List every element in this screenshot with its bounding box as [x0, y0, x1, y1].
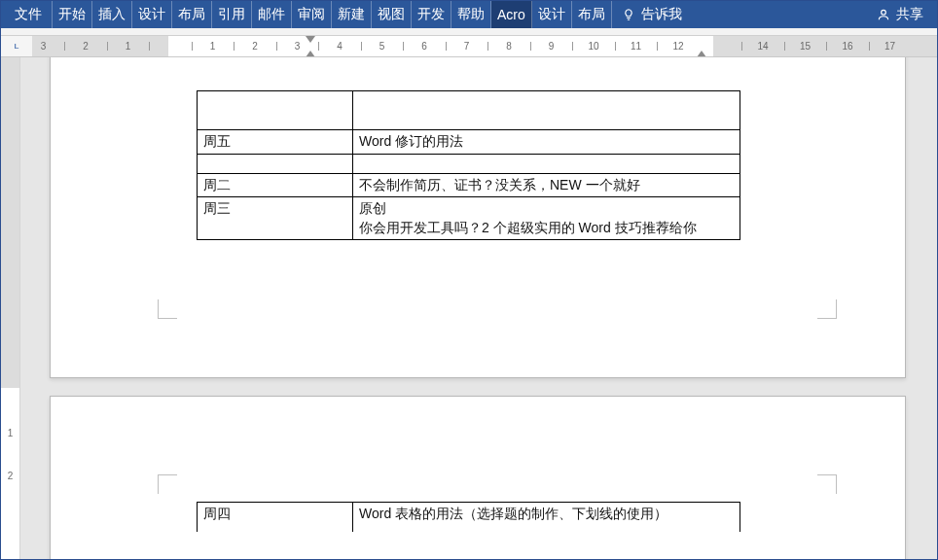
table-row[interactable]: 周四 Word 表格的用法（选择题的制作、下划线的使用）: [198, 503, 740, 532]
table-page-1[interactable]: 周五 Word 修订的用法 周二 不会制作简历、证书？没关系，NEW 一个就好 …: [197, 90, 740, 240]
workspace: 21 周五 Word 修订的用法: [1, 57, 937, 559]
svg-point-0: [882, 10, 886, 15]
cell[interactable]: [198, 91, 353, 130]
vertical-ruler[interactable]: 21: [1, 57, 20, 559]
share-label: 共享: [896, 6, 923, 23]
cell[interactable]: 原创 你会用开发工具吗？2 个超级实用的 Word 技巧推荐给你: [353, 197, 740, 240]
tab-layout[interactable]: 布局: [172, 1, 212, 28]
ruler-tick: 15: [800, 36, 812, 56]
ruler-tick: 3: [292, 36, 304, 56]
table-row[interactable]: 周二 不会制作简历、证书？没关系，NEW 一个就好: [198, 173, 740, 197]
ruler-tick: 3: [38, 36, 50, 56]
cell[interactable]: 不会制作简历、证书？没关系，NEW 一个就好: [353, 173, 740, 197]
indent-marker-icon[interactable]: [306, 36, 315, 46]
ribbon: 文件 开始 插入 设计 布局 引用 邮件 审阅 新建 视图 开发 帮助 Acro…: [1, 1, 937, 28]
ruler-tick: 2: [80, 36, 91, 56]
table-page-2[interactable]: 周四 Word 表格的用法（选择题的制作、下划线的使用）: [197, 502, 740, 532]
cell[interactable]: [353, 154, 740, 173]
svg-marker-4: [697, 51, 706, 56]
tab-review[interactable]: 审阅: [292, 1, 332, 28]
cell[interactable]: Word 修订的用法: [353, 130, 740, 155]
hanging-indent-icon[interactable]: [306, 48, 315, 56]
tab-layout-2[interactable]: 布局: [572, 1, 612, 28]
ruler-tick: 12: [672, 36, 684, 56]
ruler-corner: L: [1, 36, 32, 56]
table-row[interactable]: [198, 154, 740, 173]
ruler-tick: 5: [377, 36, 388, 56]
tab-home[interactable]: 开始: [53, 1, 92, 28]
ruler-tick: 1: [123, 36, 134, 56]
tab-insert[interactable]: 插入: [92, 1, 132, 28]
ruler-tick: 9: [546, 36, 558, 56]
ruler-tick: 16: [842, 36, 853, 56]
ribbon-substrip: [1, 28, 937, 36]
table-row[interactable]: [198, 91, 740, 130]
cell[interactable]: 周五: [198, 130, 353, 155]
ruler-tick: 2: [249, 36, 261, 56]
svg-marker-1: [306, 36, 315, 43]
tab-acrobat[interactable]: Acro: [491, 1, 532, 28]
tell-me-label: 告诉我: [641, 6, 682, 23]
tab-new[interactable]: 新建: [332, 1, 372, 28]
tab-file[interactable]: 文件: [5, 1, 53, 28]
cell[interactable]: 周三: [198, 197, 353, 240]
right-indent-icon[interactable]: [697, 48, 706, 56]
ruler-tick: 11: [631, 36, 642, 56]
share-button[interactable]: 共享: [867, 1, 933, 28]
tell-me[interactable]: 告诉我: [612, 1, 692, 28]
tab-design-2[interactable]: 设计: [532, 1, 572, 28]
page-2: 周四 Word 表格的用法（选择题的制作、下划线的使用）: [50, 396, 906, 559]
ruler-tick: 17: [884, 36, 896, 56]
tab-references[interactable]: 引用: [212, 1, 252, 28]
ruler-tick: 7: [461, 36, 473, 56]
tab-view[interactable]: 视图: [372, 1, 412, 28]
ruler-tick: 1: [207, 36, 219, 56]
svg-marker-2: [306, 51, 315, 56]
cell[interactable]: [353, 91, 740, 130]
cell[interactable]: Word 表格的用法（选择题的制作、下划线的使用）: [353, 503, 740, 532]
tab-mailings[interactable]: 邮件: [252, 1, 292, 28]
cell[interactable]: 周二: [198, 173, 353, 197]
ruler-tick: 8: [503, 36, 515, 56]
ruler-tick: 10: [588, 36, 599, 56]
tab-design[interactable]: 设计: [132, 1, 172, 28]
tab-help[interactable]: 帮助: [451, 1, 491, 28]
table-row[interactable]: 周三 原创 你会用开发工具吗？2 个超级实用的 Word 技巧推荐给你: [198, 197, 740, 240]
person-icon: [877, 8, 890, 21]
ruler-tick: 4: [334, 36, 345, 56]
lightbulb-icon: [622, 8, 635, 21]
cell[interactable]: [198, 154, 353, 173]
document-pages: 周五 Word 修订的用法 周二 不会制作简历、证书？没关系，NEW 一个就好 …: [20, 57, 937, 559]
table-row[interactable]: 周五 Word 修订的用法: [198, 130, 740, 155]
cell[interactable]: 周四: [198, 503, 353, 532]
ruler-row: L 32112345678910111214151617: [1, 36, 937, 57]
horizontal-ruler[interactable]: 32112345678910111214151617: [32, 36, 937, 56]
page-1: 周五 Word 修订的用法 周二 不会制作简历、证书？没关系，NEW 一个就好 …: [50, 57, 906, 378]
vruler-tick: 1: [1, 428, 19, 439]
ruler-tick: 14: [757, 36, 769, 56]
ruler-tick: 6: [418, 36, 430, 56]
tab-developer[interactable]: 开发: [412, 1, 451, 28]
vruler-tick: 2: [1, 470, 19, 481]
